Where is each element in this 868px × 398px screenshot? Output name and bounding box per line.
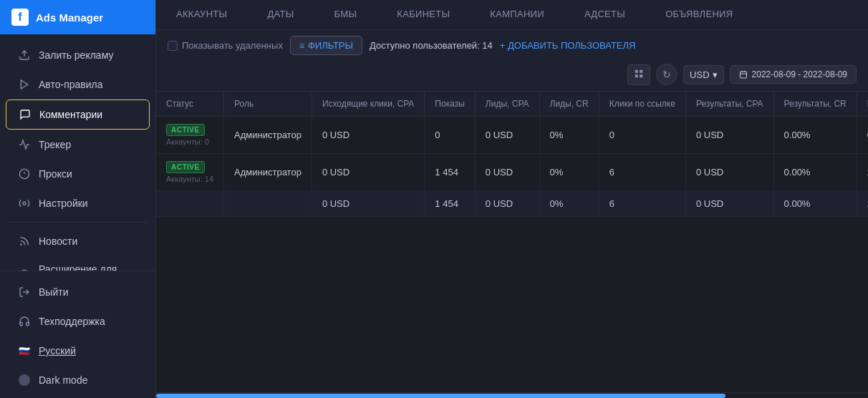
account-sub: Аккаунты: 14 xyxy=(166,175,213,183)
horizontal-scrollbar[interactable] xyxy=(156,392,868,398)
cell-total-link-clicks: 6 xyxy=(599,191,685,217)
cell-clicks-cpa: 0 USD xyxy=(312,154,424,191)
sidebar-item-logout[interactable]: Выйти xyxy=(6,278,150,306)
sidebar-item-news[interactable]: Новости xyxy=(6,227,150,256)
facebook-icon: f xyxy=(11,9,29,26)
sidebar-divider xyxy=(9,222,147,223)
cell-total-role xyxy=(224,191,312,217)
sidebar-item-proxy[interactable]: Прокси xyxy=(6,160,150,188)
status-badge: ACTIVE xyxy=(166,161,205,173)
tab-cabinets[interactable]: КАБИНЕТЫ xyxy=(377,0,470,29)
cell-impressions: 1 454 xyxy=(425,154,475,191)
calendar-icon xyxy=(739,70,748,79)
sidebar-item-comments[interactable]: Комментарии xyxy=(6,100,150,130)
sidebar-item-label: Расширение для брауз... xyxy=(39,263,138,271)
col-header-cost: Расход xyxy=(857,92,868,117)
cell-results-cpa: 0 USD xyxy=(685,154,773,191)
filter-button[interactable]: ≡ ФИЛЬТРЫ xyxy=(290,36,362,55)
sidebar-item-language[interactable]: 🇷🇺 Русский xyxy=(6,336,150,365)
cell-results-cr: 0.00% xyxy=(773,154,857,191)
cell-total-cost: 2.5 USD xyxy=(857,191,868,217)
cell-results-cpa: 0 USD xyxy=(685,117,773,154)
col-header-status: Статус xyxy=(156,92,224,117)
cell-total-leads-cr: 0% xyxy=(539,191,599,217)
table-row[interactable]: ACTIVE Аккаунты: 0 Администратор 0 USD 0… xyxy=(156,117,868,154)
sidebar-item-upload-ads[interactable]: Залить рекламу xyxy=(6,41,150,69)
cell-total-results-cr: 0.00% xyxy=(773,191,857,217)
tab-adsets[interactable]: АДСЕТЫ xyxy=(564,0,645,29)
table-header-row: Статус Роль Исходящие клики, CPA Показы … xyxy=(156,92,868,117)
cell-role: Администратор xyxy=(224,117,312,154)
filter-icon: ≡ xyxy=(299,41,304,51)
sidebar-item-auto-rules[interactable]: Авто-правила xyxy=(6,70,150,99)
table-row[interactable]: ACTIVE Аккаунты: 14 Администратор 0 USD … xyxy=(156,154,868,191)
col-header-leads-cpa: Лиды, CPA xyxy=(475,92,539,117)
date-range-picker[interactable]: 2022-08-09 - 2022-08-09 xyxy=(730,65,857,84)
upload-icon xyxy=(17,48,32,62)
sidebar-item-label: Трекер xyxy=(39,139,71,150)
toolbar-left: Показывать удаленных ≡ ФИЛЬТРЫ Доступно … xyxy=(168,36,635,55)
toolbar: Показывать удаленных ≡ ФИЛЬТРЫ Доступно … xyxy=(156,30,868,92)
cell-status: ACTIVE Аккаунты: 0 xyxy=(156,117,224,154)
rules-icon xyxy=(17,77,32,92)
cell-leads-cpa: 0 USD xyxy=(475,117,539,154)
cell-cost: 0 USD xyxy=(857,117,868,154)
proxy-icon xyxy=(17,167,32,181)
cell-leads-cr: 0% xyxy=(539,154,599,191)
cell-impressions: 0 xyxy=(425,117,475,154)
col-header-leads-cr: Лиды, CR xyxy=(539,92,599,117)
show-deleted-checkbox[interactable] xyxy=(168,41,178,51)
chevron-down-icon: ▾ xyxy=(713,69,718,80)
sidebar-item-label: Прокси xyxy=(39,168,72,180)
sidebar-item-extension[interactable]: Расширение для брауз... xyxy=(6,256,150,271)
add-user-button[interactable]: + ДОБАВИТЬ ПОЛЬЗОВАТЕЛЯ xyxy=(500,40,636,51)
toolbar-right: ↻ USD ▾ 2022-08-09 - 2022-08-09 xyxy=(627,64,857,85)
sidebar-item-darkmode[interactable]: Dark mode xyxy=(6,366,150,394)
sidebar-item-label: Русский xyxy=(39,345,76,356)
show-deleted-label: Показывать удаленных xyxy=(182,40,283,51)
available-users-count: Доступно пользователей: 14 xyxy=(370,40,493,51)
col-header-role: Роль xyxy=(224,92,312,117)
settings-icon xyxy=(17,196,32,210)
sidebar-item-label: Залить рекламу xyxy=(39,49,113,61)
status-badge: ACTIVE xyxy=(166,124,205,136)
cell-link-clicks: 0 xyxy=(599,117,685,154)
darkmode-icon xyxy=(17,373,32,387)
cell-link-clicks: 6 xyxy=(599,154,685,191)
grid-view-button[interactable] xyxy=(627,64,650,85)
sidebar-item-label: Выйти xyxy=(39,286,68,298)
comments-icon xyxy=(18,107,32,122)
cell-status: ACTIVE Аккаунты: 14 xyxy=(156,154,224,191)
cell-role: Администратор xyxy=(224,154,312,191)
date-range-text: 2022-08-09 - 2022-08-09 xyxy=(752,69,847,79)
tab-accounts[interactable]: АККАУНТЫ xyxy=(156,0,247,29)
data-table-container: Статус Роль Исходящие клики, CPA Показы … xyxy=(156,92,868,392)
tracker-icon xyxy=(17,137,32,152)
sidebar-item-label: Комментарии xyxy=(39,109,102,120)
currency-selector[interactable]: USD ▾ xyxy=(683,65,723,84)
sidebar-bottom: Выйти Техподдержка 🇷🇺 Русский Dark mode xyxy=(0,271,155,398)
support-icon xyxy=(17,314,32,329)
tab-campaigns[interactable]: КАМПАНИИ xyxy=(470,0,564,29)
refresh-button[interactable]: ↻ xyxy=(656,64,677,85)
cell-total-impressions: 1 454 xyxy=(425,191,475,217)
tab-ads[interactable]: ОБЪЯВЛЕНИЯ xyxy=(645,0,753,29)
sidebar-item-support[interactable]: Техподдержка xyxy=(6,307,150,336)
scrollbar-thumb[interactable] xyxy=(156,394,725,398)
logout-icon xyxy=(17,285,32,299)
svg-rect-12 xyxy=(635,69,638,72)
main-content: АККАУНТЫ ДАТЫ БМЫ КАБИНЕТЫ КАМПАНИИ АДСЕ… xyxy=(156,0,868,398)
sidebar-item-label: Техподдержка xyxy=(39,316,105,327)
sidebar-item-tracker[interactable]: Трекер xyxy=(6,130,150,159)
col-header-impressions: Показы xyxy=(425,92,475,117)
tab-dates[interactable]: ДАТЫ xyxy=(247,0,314,29)
svg-rect-15 xyxy=(640,74,642,77)
col-header-results-cpa: Результаты, CPA xyxy=(685,92,773,117)
sidebar-item-settings[interactable]: Настройки xyxy=(6,189,150,218)
tab-bms[interactable]: БМЫ xyxy=(314,0,377,29)
show-deleted-toggle[interactable]: Показывать удаленных xyxy=(168,40,283,51)
svg-point-6 xyxy=(21,244,21,245)
sidebar-logo[interactable]: f Ads Manager xyxy=(0,0,155,34)
sidebar-item-label: Новости xyxy=(39,236,77,247)
col-header-link-clicks: Клики по ссылке xyxy=(599,92,685,117)
